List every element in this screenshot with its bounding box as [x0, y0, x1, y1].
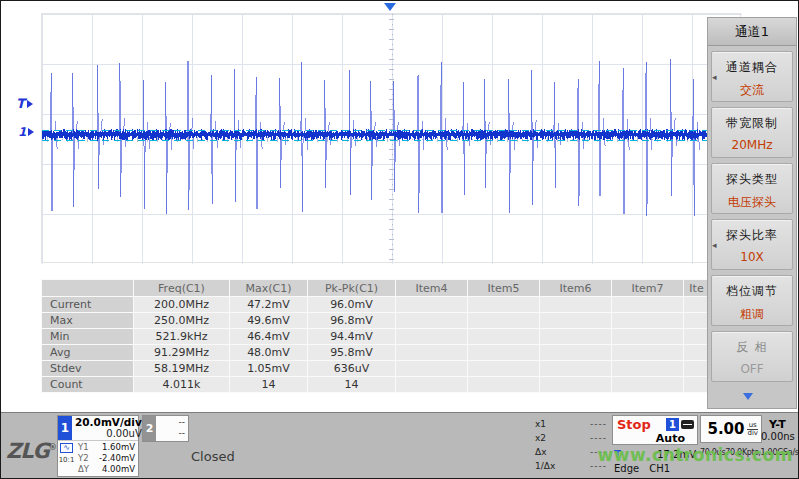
- table-row: Current 200.0MHz 47.2mV 96.0mV: [42, 297, 710, 313]
- column-header: Item6: [540, 280, 612, 297]
- table-cell: [468, 361, 540, 377]
- right-arrow-icon: [28, 128, 34, 136]
- cursor-value: 4.00mV: [102, 464, 135, 475]
- table-cell: [684, 361, 710, 377]
- menu-value: 10X: [712, 250, 792, 264]
- channel2-scale: --: [159, 417, 185, 428]
- table-cell: [684, 313, 710, 329]
- probe-ratio-label: 10:1: [59, 456, 75, 464]
- zlg-logo: ZLG®: [6, 439, 56, 463]
- trigger-source-badge: 1: [666, 418, 679, 431]
- table-cell: [540, 361, 612, 377]
- column-header: Freq(C1): [134, 280, 230, 297]
- trigger-level-marker[interactable]: T: [16, 96, 33, 111]
- table-row: Count 4.011k 14 14: [42, 377, 710, 393]
- table-row: Avg 91.29MHz 48.0mV 95.8mV: [42, 345, 710, 361]
- cursor-row: x1 ----: [535, 417, 607, 431]
- cursor-value: ----: [590, 417, 607, 431]
- table-cell: [612, 345, 684, 361]
- measurement-table: Freq(C1) Max(C1) Pk-Pk(C1) Item4 Item5 I…: [41, 279, 710, 393]
- row-label: Max: [42, 313, 134, 329]
- table-cell: 4.011k: [134, 377, 230, 393]
- sidebar-menu: 通道1 ◂ 通道耦合 交流 带宽限制 20MHz 探头类型 电压探头 ◂ 探头比…: [707, 17, 797, 409]
- table-cell: [396, 377, 468, 393]
- channel2-badge: 2: [143, 416, 156, 441]
- table-cell: 94.4mV: [308, 329, 396, 345]
- channel1-info-box[interactable]: 1 20.0mV/div 0.00uV ∿ 10:1 Y1 1.60mV: [57, 415, 139, 477]
- table-cell: 1.05mV: [230, 361, 308, 377]
- table-cell: 95.8mV: [308, 345, 396, 361]
- row-label: Current: [42, 297, 134, 313]
- table-cell: [540, 345, 612, 361]
- table-cell: 47.2mV: [230, 297, 308, 313]
- trigger-marker-label: T: [16, 96, 25, 111]
- channel1-level-marker[interactable]: 1: [18, 125, 34, 139]
- cursor-row: Y2 -2.40mV: [78, 453, 135, 464]
- sidebar-item-coupling[interactable]: ◂ 通道耦合 交流: [711, 51, 793, 102]
- table-row: Stdev 58.19MHz 1.05mV 636uV: [42, 361, 710, 377]
- channel1-values: 20.0mV/div 0.00uV: [72, 416, 145, 440]
- table-cell: 521.9kHz: [134, 329, 230, 345]
- sidebar-item-invert[interactable]: 反 相 OFF: [711, 331, 793, 382]
- row-label: Stdev: [42, 361, 134, 377]
- cursor-label: ΔY: [78, 464, 89, 475]
- table-cell: [396, 361, 468, 377]
- table-cell: [684, 377, 710, 393]
- sidebar-item-gear-adjust[interactable]: 档位调节 粗调: [711, 275, 793, 326]
- submenu-arrow-icon: ◂: [712, 240, 717, 250]
- column-header: [42, 280, 134, 297]
- waveform-display[interactable]: [41, 13, 741, 263]
- logo-text: ZLG: [6, 439, 49, 463]
- scroll-down-icon[interactable]: [743, 393, 753, 400]
- column-header: Max(C1): [230, 280, 308, 297]
- trigger-sweep-mode: Auto: [613, 432, 697, 445]
- table-cell: [612, 297, 684, 313]
- trigger-position-marker-icon[interactable]: [384, 3, 396, 11]
- oscilloscope-graticule: [42, 14, 742, 264]
- cursor-label: Δx: [535, 445, 546, 459]
- cursor-label: 1/Δx: [535, 459, 555, 473]
- table-cell: [540, 297, 612, 313]
- menu-label: 反 相: [712, 339, 792, 356]
- column-header: Item5: [468, 280, 540, 297]
- channel2-values: -- --: [156, 416, 188, 441]
- sidebar-item-probe-ratio[interactable]: ◂ 探头比率 10X: [711, 219, 793, 270]
- table-header-row: Freq(C1) Max(C1) Pk-Pk(C1) Item4 Item5 I…: [42, 280, 710, 297]
- table-cell: 14: [308, 377, 396, 393]
- table-cell: [396, 329, 468, 345]
- x-cursor-readout: x1 ---- x2 ---- Δx ---- 1/Δx ----: [535, 417, 607, 473]
- table-cell: [468, 377, 540, 393]
- cursor-label: x1: [535, 417, 546, 431]
- trigger-delay: 0.00ns: [761, 431, 795, 442]
- menu-label: 探头比率: [712, 227, 792, 244]
- sidebar-item-bandwidth-limit[interactable]: 带宽限制 20MHz: [711, 107, 793, 158]
- table-cell: 91.29MHz: [134, 345, 230, 361]
- menu-label: 档位调节: [712, 283, 792, 300]
- table-cell: [396, 345, 468, 361]
- table-cell: 636uV: [308, 361, 396, 377]
- table-cell: [396, 297, 468, 313]
- cursor-row: Y1 1.60mV: [78, 442, 135, 453]
- channel1-badge: 1: [58, 416, 72, 440]
- channel2-status: Closed: [191, 449, 235, 464]
- run-state-row: Stop 1: [613, 416, 697, 432]
- menu-value: 20MHz: [712, 138, 792, 152]
- sidebar-item-probe-type[interactable]: 探头类型 电压探头: [711, 163, 793, 214]
- table-cell: [468, 345, 540, 361]
- cursor-label: Y2: [78, 453, 89, 464]
- table-cell: 250.0MHz: [134, 313, 230, 329]
- table-cell: [612, 361, 684, 377]
- y-cursor-values: Y1 1.60mV Y2 -2.40mV ΔY 4.00mV: [75, 441, 138, 476]
- timebase-box[interactable]: 5.00 us div: [700, 415, 762, 443]
- table-cell: [468, 297, 540, 313]
- table-cell: [612, 313, 684, 329]
- channel2-info-box[interactable]: 2 -- --: [142, 415, 189, 442]
- table-cell: [684, 297, 710, 313]
- table-cell: 48.0mV: [230, 345, 308, 361]
- submenu-arrow-icon: ◂: [712, 72, 717, 82]
- table-cell: [396, 313, 468, 329]
- table-cell: 96.8mV: [308, 313, 396, 329]
- menu-value: 粗调: [712, 306, 792, 323]
- y-cursor-readout: ∿ 10:1 Y1 1.60mV Y2 -2.40mV ΔY 4.00mV: [58, 441, 138, 476]
- trigger-status-box[interactable]: Stop 1 Auto: [612, 415, 698, 445]
